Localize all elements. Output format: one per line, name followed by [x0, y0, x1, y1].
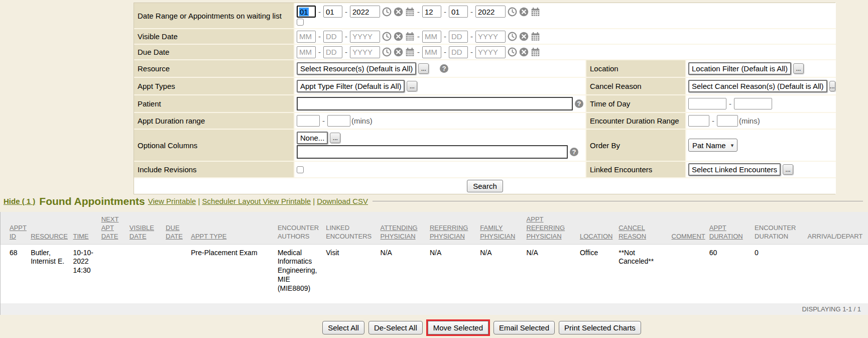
- due-end-month-input[interactable]: [422, 46, 441, 58]
- due-end-day-input[interactable]: [449, 46, 468, 58]
- optional-columns-none-button[interactable]: None...: [297, 132, 328, 144]
- field-label-patient: Patient: [134, 95, 295, 113]
- column-header: ARRIVAL/DEPART: [807, 212, 868, 244]
- results-link[interactable]: Scheduler Layout View Printable: [202, 197, 311, 205]
- clock-icon[interactable]: [382, 32, 392, 41]
- clock-icon[interactable]: [508, 32, 517, 41]
- visible-end-month-input[interactable]: [422, 31, 441, 43]
- cancel-reason-more-button[interactable]: ...: [829, 81, 835, 91]
- start-day-input[interactable]: [323, 6, 342, 18]
- waiting-list-checkbox[interactable]: [297, 19, 304, 26]
- cell: Medical Informatics Engineering, MIE (MI…: [278, 244, 326, 303]
- clock-icon[interactable]: [508, 7, 517, 17]
- clear-icon[interactable]: [519, 32, 529, 41]
- end-day-input[interactable]: [449, 6, 468, 18]
- column-header[interactable]: APPT DURATION: [709, 212, 755, 244]
- field-label-resource: Resource: [134, 60, 295, 78]
- time-of-day-field: -: [686, 95, 836, 113]
- column-header[interactable]: APPT ID: [1, 212, 31, 244]
- column-header[interactable]: CANCEL REASON: [618, 212, 671, 244]
- column-header[interactable]: APPT REFERRING PHYSICIAN: [527, 212, 580, 244]
- calendar-icon[interactable]: [531, 32, 540, 41]
- email-selected-button[interactable]: Email Selected: [493, 321, 555, 334]
- due-start-month-input[interactable]: [297, 46, 316, 58]
- clock-icon[interactable]: [382, 7, 392, 17]
- cancel-reason-filter-button[interactable]: Select Cancel Reason(s) (Default is All): [688, 80, 827, 92]
- encounter-duration-from-input[interactable]: [688, 115, 709, 127]
- visible-start-day-input[interactable]: [323, 31, 342, 43]
- column-header[interactable]: NEXT APT DATE: [101, 212, 130, 244]
- column-header[interactable]: COMMENT: [672, 212, 709, 244]
- end-year-input[interactable]: [475, 6, 506, 18]
- visible-end-day-input[interactable]: [449, 31, 468, 43]
- calendar-icon[interactable]: [405, 7, 415, 17]
- visible-start-year-input[interactable]: [350, 31, 380, 43]
- appt-duration-from-input[interactable]: [297, 115, 320, 127]
- clear-icon[interactable]: [394, 32, 403, 41]
- column-header: LINKED ENCOUNTERS: [326, 212, 380, 244]
- move-selected-button[interactable]: Move Selected: [428, 321, 488, 334]
- column-header[interactable]: VISIBLE DATE: [130, 212, 166, 244]
- cell: 10-10-2022 14:30: [73, 244, 101, 303]
- start-month-input[interactable]: 01: [297, 6, 316, 18]
- calendar-icon[interactable]: [531, 47, 540, 57]
- cell: N/A: [430, 244, 480, 303]
- time-of-day-to-input[interactable]: [734, 98, 772, 109]
- start-year-input[interactable]: [350, 6, 380, 18]
- appt-duration-to-input[interactable]: [327, 115, 350, 127]
- column-header[interactable]: RESOURCE: [31, 212, 73, 244]
- encounter-duration-to-input[interactable]: [717, 115, 738, 127]
- column-header[interactable]: TIME: [73, 212, 101, 244]
- time-of-day-from-input[interactable]: [688, 98, 726, 109]
- linked-encounters-more-button[interactable]: ...: [783, 164, 793, 175]
- clear-icon[interactable]: [394, 7, 403, 17]
- calendar-icon[interactable]: [405, 32, 415, 41]
- clock-icon[interactable]: [382, 47, 392, 57]
- visible-start-month-input[interactable]: [297, 31, 316, 43]
- location-more-button[interactable]: ...: [793, 63, 804, 74]
- due-start-day-input[interactable]: [323, 46, 342, 58]
- field-label-cancel-reason: Cancel Reason: [585, 78, 686, 95]
- print-selected-charts-button[interactable]: Print Selected Charts: [559, 321, 641, 334]
- resource-more-button[interactable]: ...: [418, 63, 429, 74]
- select-all-button[interactable]: Select All: [322, 321, 364, 334]
- due-end-year-input[interactable]: [475, 46, 506, 58]
- clear-icon[interactable]: [519, 7, 529, 17]
- due-start-year-input[interactable]: [350, 46, 380, 58]
- include-revisions-checkbox[interactable]: [297, 166, 304, 173]
- calendar-icon[interactable]: [405, 47, 415, 57]
- column-header[interactable]: ATTENDING PHYSICIAN: [381, 212, 430, 244]
- column-header[interactable]: FAMILY PHYSICIAN: [480, 212, 526, 244]
- clear-icon[interactable]: [394, 47, 403, 57]
- results-link[interactable]: Download CSV: [317, 197, 368, 205]
- visible-end-year-input[interactable]: [475, 31, 506, 43]
- help-icon[interactable]: [570, 148, 578, 156]
- results-title: Found Appointments: [39, 195, 145, 207]
- location-filter-button[interactable]: Location Filter (Default is All): [688, 62, 791, 75]
- optional-columns-input[interactable]: [297, 145, 568, 159]
- cell: [166, 244, 191, 303]
- end-month-input[interactable]: [422, 6, 441, 18]
- results-link[interactable]: View Printable: [148, 197, 196, 205]
- de-select-all-button[interactable]: De-Select All: [368, 321, 423, 334]
- cell: Butler, Internist E.: [31, 244, 73, 303]
- clock-icon[interactable]: [508, 47, 517, 57]
- hide-results-link[interactable]: Hide ( 1 ): [4, 197, 35, 205]
- linked-encounters-filter-button[interactable]: Select Linked Encounters: [688, 163, 781, 176]
- patient-input[interactable]: [297, 97, 573, 110]
- help-icon[interactable]: [575, 99, 583, 108]
- appt-type-filter-button[interactable]: Appt Type Filter (Default is All): [297, 80, 405, 92]
- column-header[interactable]: LOCATION: [580, 212, 618, 244]
- help-icon[interactable]: [440, 64, 448, 73]
- column-header[interactable]: REFERRING PHYSICIAN: [430, 212, 480, 244]
- clear-icon[interactable]: [519, 47, 529, 57]
- appt-type-more-button[interactable]: ...: [407, 81, 417, 91]
- order-by-select[interactable]: Pat Name ▾: [688, 139, 737, 152]
- column-header[interactable]: DUE DATE: [166, 212, 191, 244]
- resource-filter-button[interactable]: Select Resource(s) (Default is All): [297, 62, 416, 75]
- column-header[interactable]: APPT TYPE: [191, 212, 278, 244]
- calendar-icon[interactable]: [531, 7, 540, 17]
- search-button[interactable]: Search: [467, 180, 503, 192]
- optional-columns-more-button[interactable]: ...: [330, 133, 340, 143]
- field-label-date-range: Date Range or Appointments on waiting li…: [134, 3, 295, 29]
